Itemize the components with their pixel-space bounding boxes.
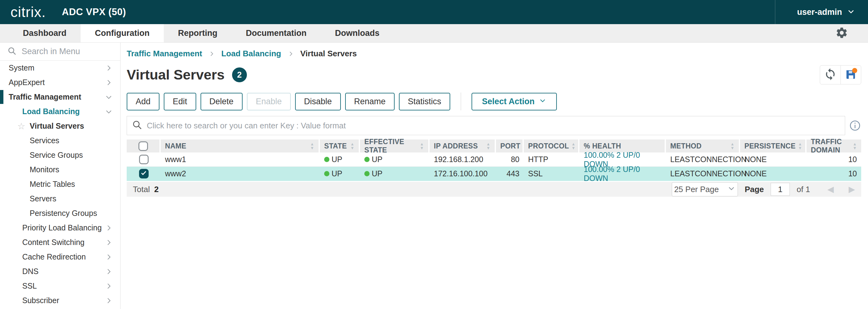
column-label: PORT (500, 142, 520, 150)
tab-configuration[interactable]: Configuration (81, 24, 164, 43)
sidebar-item-label: Priority Load Balancing (22, 223, 102, 232)
add-button[interactable]: Add (127, 93, 159, 110)
sidebar-item-system[interactable]: System (0, 61, 120, 75)
enable-button: Enable (247, 93, 291, 110)
chevron-right-icon (287, 50, 294, 57)
chevron-down-icon (847, 7, 855, 17)
sidebar-item-metric-tables[interactable]: Metric Tables (0, 177, 120, 192)
sidebar-item-load-balancing[interactable]: Load Balancing (0, 104, 120, 119)
per-page-label: 25 Per Page (674, 185, 719, 194)
cell-ip-address: 192.168.1.200 (430, 152, 496, 166)
column-label: IP ADDRESS (434, 142, 478, 150)
tab-dashboard[interactable]: Dashboard (9, 24, 81, 43)
chevron-right-icon (105, 79, 113, 87)
toolbar: Add Edit Delete Enable Disable Rename St… (127, 92, 861, 110)
sidebar-item-label: DNS (22, 267, 39, 276)
info-icon[interactable] (849, 119, 861, 132)
sidebar-item-cache-redirection[interactable]: Cache Redirection (0, 250, 120, 264)
table-row-www1[interactable]: www1 UP UP 192.168.1.200 80 HTTP 100.00%… (127, 152, 861, 167)
sidebar-item-virtual-servers[interactable]: ☆ Virtual Servers (0, 119, 120, 133)
row-checkbox[interactable] (139, 154, 149, 164)
title-row: Virtual Servers 2 (127, 65, 861, 84)
row-checkbox-checked[interactable] (139, 169, 149, 178)
cell-method: LEASTCONNECTION (666, 152, 740, 166)
column-header-port[interactable]: PORT ▲▼ (496, 140, 524, 152)
table-search-input[interactable] (147, 121, 845, 131)
per-page-dropdown[interactable]: 25 Per Page (672, 182, 738, 196)
select-action-label: Select Action (482, 97, 535, 106)
sidebar-item-subscriber[interactable]: Subscriber (0, 293, 120, 308)
sidebar-item-ssl[interactable]: SSL (0, 279, 120, 293)
table-search-row (127, 116, 861, 135)
tab-label: Configuration (95, 28, 150, 38)
sidebar-item-monitors[interactable]: Monitors (0, 162, 120, 177)
delete-button[interactable]: Delete (200, 93, 243, 110)
chevron-right-icon (105, 253, 113, 261)
sidebar-item-traffic-management[interactable]: Traffic Management (0, 90, 120, 104)
breadcrumb-link-load-balancing[interactable]: Load Balancing (221, 49, 281, 58)
tab-documentation[interactable]: Documentation (232, 24, 321, 43)
tab-downloads[interactable]: Downloads (321, 24, 394, 43)
column-header-traffic-domain[interactable]: TRAFFIC DOMAIN ▲▼ (807, 140, 861, 152)
cell-traffic-domain: 10 (807, 167, 861, 180)
tab-label: Documentation (246, 28, 307, 38)
sidebar-item-label: Cache Redirection (22, 252, 86, 261)
select-action-dropdown[interactable]: Select Action (471, 93, 557, 110)
sidebar-item-dns[interactable]: DNS (0, 264, 120, 279)
tab-label: Dashboard (23, 28, 66, 38)
disable-button[interactable]: Disable (295, 93, 341, 110)
sort-icon: ▲▼ (484, 142, 490, 150)
sidebar-item-content-switching[interactable]: Content Switching (0, 235, 120, 250)
previous-page-button[interactable]: ◀ (827, 184, 834, 194)
column-header-effective-state[interactable]: EFFECTIVE STATE ▲▼ (360, 140, 430, 152)
check-icon (140, 169, 147, 178)
state-text: UP (332, 155, 342, 164)
settings-button[interactable] (835, 26, 848, 40)
citrix-logo: citrix. (10, 4, 46, 21)
product-title: ADC VPX (50) (62, 6, 126, 18)
refresh-button[interactable] (820, 65, 840, 84)
chevron-right-icon (105, 268, 113, 276)
next-page-button[interactable]: ▶ (848, 184, 855, 194)
sidebar-search-input[interactable] (22, 47, 114, 56)
status-up-dot (364, 157, 370, 162)
sidebar-item-service-groups[interactable]: Service Groups (0, 148, 120, 162)
select-all-checkbox[interactable] (138, 141, 148, 151)
statistics-button[interactable]: Statistics (399, 93, 450, 110)
refresh-icon (824, 68, 837, 82)
state-text: UP (372, 169, 382, 178)
chevron-down-icon (727, 184, 736, 195)
page-action-icons (820, 65, 861, 84)
page-number-input[interactable] (771, 183, 790, 196)
chevron-right-icon (105, 282, 113, 290)
sidebar-item-services[interactable]: Services (0, 133, 120, 148)
column-header-ip-address[interactable]: IP ADDRESS ▲▼ (430, 140, 496, 152)
column-header-persistence[interactable]: PERSISTENCE ▲▼ (740, 140, 807, 152)
save-config-button[interactable] (840, 65, 861, 84)
sidebar-search (0, 43, 120, 61)
nav-tab-bar: Dashboard Configuration Reporting Docume… (0, 24, 868, 43)
sidebar-item-label: AppExpert (9, 78, 45, 87)
table-row-www2[interactable]: www2 UP UP 172.16.100.100 443 SSL 100.00… (127, 167, 861, 181)
favorite-star-icon[interactable]: ☆ (17, 121, 25, 132)
cell-health: 100.00% 2 UP/0 DOWN (579, 152, 666, 166)
sort-icon: ▲▼ (796, 142, 802, 150)
edit-button[interactable]: Edit (164, 93, 196, 110)
sidebar-item-priority-load-balancing[interactable]: Priority Load Balancing (0, 221, 120, 235)
column-header-method[interactable]: METHOD ▲▼ (666, 140, 740, 152)
column-header-protocol[interactable]: PROTOCOL ▲▼ (524, 140, 579, 152)
virtual-servers-table: NAME ▲▼ STATE ▲▼ EFFECTIVE STATE ▲▼ IP A… (127, 140, 861, 197)
sidebar-item-servers[interactable]: Servers (0, 192, 120, 206)
breadcrumb-link-traffic-management[interactable]: Traffic Management (127, 49, 202, 58)
sidebar-item-appexpert[interactable]: AppExpert (0, 75, 120, 90)
column-label: NAME (165, 142, 186, 150)
table-footer: Total 2 25 Per Page Page of 1 ◀ ▶ (127, 182, 861, 197)
tab-reporting[interactable]: Reporting (164, 24, 232, 43)
column-header-state[interactable]: STATE ▲▼ (320, 140, 360, 152)
column-label: % HEALTH (584, 142, 621, 150)
sidebar-item-persistency-groups[interactable]: Persistency Groups (0, 206, 120, 221)
column-header-name[interactable]: NAME ▲▼ (161, 140, 320, 152)
user-menu[interactable]: user-admin (775, 0, 868, 24)
rename-button[interactable]: Rename (345, 93, 395, 110)
top-bar: citrix. ADC VPX (50) user-admin (0, 0, 868, 24)
